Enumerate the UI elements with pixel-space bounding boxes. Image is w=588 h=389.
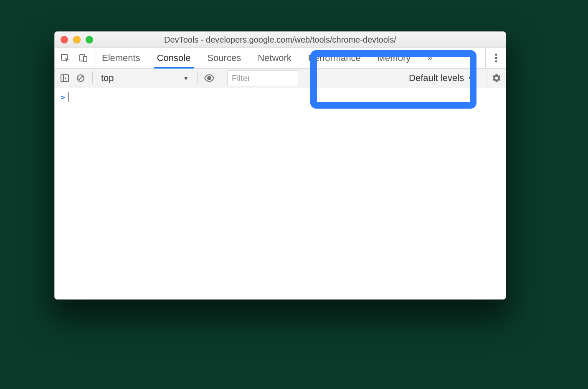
dropdown-arrow-icon: ▼ xyxy=(467,75,473,81)
tab-memory[interactable]: Memory xyxy=(375,48,413,68)
main-tabstrip: Elements Console Sources Network Perform… xyxy=(55,48,506,69)
console-settings-gear-icon[interactable] xyxy=(491,72,502,84)
prompt-caret-icon: > xyxy=(61,93,65,102)
inspect-element-icon[interactable] xyxy=(58,51,72,65)
tab-label: Performance xyxy=(308,53,361,64)
tab-label: Network xyxy=(258,53,291,64)
divider xyxy=(197,72,198,84)
toggle-device-toolbar-icon[interactable] xyxy=(76,51,91,65)
tabs: Elements Console Sources Network Perform… xyxy=(99,48,435,68)
tab-label: Memory xyxy=(378,53,411,64)
divider xyxy=(92,72,93,84)
tab-sources[interactable]: Sources xyxy=(205,48,243,68)
tab-performance[interactable]: Performance xyxy=(306,48,363,68)
tabs-overflow-button[interactable]: » xyxy=(425,48,435,68)
tab-network[interactable]: Network xyxy=(255,48,294,68)
tab-elements[interactable]: Elements xyxy=(99,48,143,68)
console-prompt[interactable]: > xyxy=(61,92,500,102)
svg-line-9 xyxy=(79,76,83,81)
tab-console[interactable]: Console xyxy=(155,48,193,68)
log-levels-select[interactable]: Default levels ▼ xyxy=(406,73,476,84)
svg-rect-2 xyxy=(84,56,87,62)
tab-label: Sources xyxy=(207,53,241,64)
svg-point-3 xyxy=(495,54,497,56)
text-cursor xyxy=(68,92,69,102)
tab-label: Elements xyxy=(102,53,140,64)
titlebar: DevTools - developers.google.com/web/too… xyxy=(55,32,506,48)
execution-context-label: top xyxy=(101,73,114,84)
devtools-window: DevTools - developers.google.com/web/too… xyxy=(54,31,506,300)
window-minimize-button[interactable] xyxy=(73,36,81,43)
live-expression-icon[interactable] xyxy=(203,72,215,84)
more-options-icon[interactable] xyxy=(490,52,502,64)
window-zoom-button[interactable] xyxy=(86,36,93,43)
tab-label: Console xyxy=(157,53,191,64)
dropdown-arrow-icon: ▼ xyxy=(183,75,189,81)
svg-point-5 xyxy=(495,61,497,63)
console-body[interactable]: > xyxy=(55,88,506,300)
divider xyxy=(221,72,221,84)
filter-input[interactable] xyxy=(227,70,299,86)
clear-console-icon[interactable] xyxy=(75,72,86,84)
window-title: DevTools - developers.google.com/web/too… xyxy=(55,35,506,45)
window-close-button[interactable] xyxy=(61,36,68,43)
log-levels-label: Default levels xyxy=(409,73,464,84)
svg-point-4 xyxy=(495,57,497,59)
toggle-console-sidebar-icon[interactable] xyxy=(59,72,71,84)
execution-context-select[interactable]: top ▼ xyxy=(99,73,191,84)
console-toolbar: top ▼ Default levels ▼ xyxy=(55,69,506,88)
svg-point-10 xyxy=(208,76,211,80)
window-controls xyxy=(55,36,93,43)
